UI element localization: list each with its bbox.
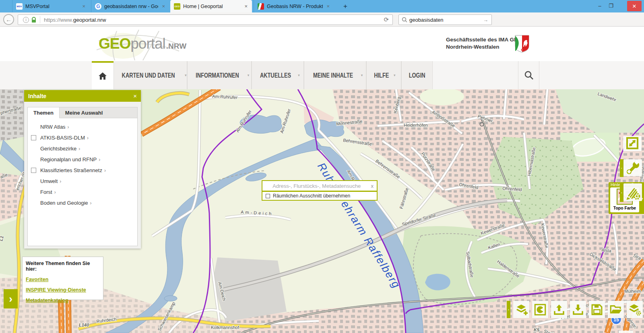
map-street-label: Mülheim — [624, 289, 641, 294]
layer-checkbox — [31, 200, 36, 206]
region-select-button[interactable] — [532, 301, 548, 318]
back-button[interactable]: ← — [3, 14, 14, 25]
office-caption: Geschäftsstelle des IMA GDI Nordrhein-We… — [446, 36, 520, 50]
nrw-coat-of-arms-icon — [514, 35, 530, 53]
tab-close-icon[interactable]: × — [161, 3, 166, 9]
add-layers-icon — [514, 303, 528, 317]
layer-label: Forst — [40, 189, 52, 195]
inhalte-panel: Inhalte × Themen Meine Auswahl NRW Atlas… — [24, 90, 141, 249]
page-info-icon[interactable]: i — [23, 17, 29, 23]
layer-label: ATKIS-BASIS-DLM — [40, 135, 85, 141]
layer-checkbox[interactable] — [31, 168, 36, 173]
panel-title: Inhalte — [28, 93, 46, 99]
collapse-tab[interactable]: ‹ — [620, 183, 623, 202]
chevron-down-icon: ▾ — [394, 73, 396, 77]
tab-themen[interactable]: Themen — [28, 107, 60, 118]
chevron-right-icon[interactable]: › — [104, 168, 106, 173]
main-menu: KARTEN UND DATEN▾ INFORMATIONEN▾ AKTUELL… — [0, 61, 644, 89]
menu-aktuelles[interactable]: AKTUELLES▾ — [252, 61, 304, 89]
tab-geoportal-active[interactable]: GEO Home | Geoportal × — [170, 0, 252, 12]
menu-informationen[interactable]: INFORMATIONEN▾ — [187, 61, 252, 89]
layer-item[interactable]: ATKIS-BASIS-DLM› — [28, 132, 137, 143]
menu-login[interactable]: LOGIN — [401, 61, 433, 89]
reload-icon[interactable]: ⟳ — [384, 16, 389, 23]
logo-geo: GEO — [99, 35, 130, 52]
url-domain: geoportal.nrw — [73, 17, 106, 23]
map-search-widget: Adress-, Flurstücks-, Metadatensuche x R… — [262, 180, 378, 201]
menu-meine-inhalte[interactable]: MEINE INHALTE▾ — [304, 61, 366, 89]
search-go-icon[interactable]: → — [483, 17, 488, 23]
menu-hilfe[interactable]: HILFE▾ — [366, 61, 401, 89]
layer-item[interactable]: Umwelt› — [28, 176, 137, 187]
panel-header[interactable]: Inhalte × — [24, 90, 141, 102]
collapse-tab[interactable]: ‹ — [620, 159, 623, 177]
panel-expander-button[interactable]: › — [4, 289, 18, 308]
chevron-right-icon[interactable]: › — [68, 124, 69, 130]
close-window-button[interactable]: ✕ — [627, 1, 642, 11]
chevron-right-icon[interactable]: › — [99, 157, 100, 162]
minimize-button[interactable]: – — [594, 0, 605, 11]
layer-label: Gerichtsbezirke — [40, 146, 76, 152]
address-bar[interactable]: i https://www.geoportal.nrw ⟳ — [18, 14, 393, 25]
menu-karten-und-daten[interactable]: KARTEN UND DATEN▾ — [114, 61, 187, 89]
tab-close-icon[interactable]: × — [244, 3, 248, 9]
new-tab-button[interactable]: + — [339, 0, 351, 12]
tab-meine-auswahl[interactable]: Meine Auswahl — [60, 107, 108, 118]
browser-search-value: geobasisdaten — [409, 17, 444, 23]
site-header: GEOportal.NRW Geschäftsstelle des IMA GD… — [0, 27, 644, 61]
layer-checkbox[interactable] — [31, 135, 36, 140]
panel-body: Themen Meine Auswahl NRW Atlas›ATKIS-BAS… — [27, 107, 138, 246]
download-button[interactable] — [570, 301, 586, 318]
chevron-right-icon[interactable]: › — [90, 200, 92, 206]
zoom-in-button[interactable]: + — [619, 331, 633, 333]
toolbar-collapse-tab[interactable]: › — [507, 301, 510, 318]
layer-settings-button[interactable] — [627, 301, 643, 318]
more-topics-title: Weitere Themen finden Sie hier: — [26, 261, 100, 272]
restore-button[interactable]: ❐ — [605, 0, 617, 11]
tools-button[interactable] — [623, 159, 642, 176]
save-button[interactable] — [589, 301, 605, 318]
browser-toolbar: ← i https://www.geoportal.nrw ⟳ geobasis… — [0, 12, 644, 27]
menu-search-button[interactable] — [518, 61, 539, 89]
link-metadatenkatalog[interactable]: Metadatenkatalog — [26, 298, 100, 303]
layer-item[interactable]: Forst› — [28, 187, 137, 197]
link-inspire-viewing-dienste[interactable]: INSPIRE Viewing-Dienste — [26, 287, 100, 293]
layer-item[interactable]: NRW Atlas› — [28, 121, 137, 132]
layer-item[interactable]: Regionalplan und RFNP› — [28, 154, 137, 165]
layer-list: NRW Atlas›ATKIS-BASIS-DLM›Gerichtsbezirk… — [28, 118, 137, 208]
save-icon — [590, 303, 604, 317]
geoportal-logo[interactable]: GEOportal.NRW — [99, 35, 186, 52]
menu-home-button[interactable] — [92, 61, 114, 89]
clear-search-icon[interactable]: x — [371, 183, 377, 189]
layer-checkbox — [31, 179, 36, 184]
tab-close-icon[interactable]: × — [326, 3, 330, 9]
chevron-down-icon: ▾ — [185, 73, 187, 77]
search-icon — [524, 70, 534, 80]
chevron-right-icon[interactable]: › — [87, 135, 89, 141]
layer-item[interactable]: Boden und Geologie› — [28, 197, 137, 208]
link-favoriten[interactable]: Favoriten — [26, 277, 100, 282]
open-folder-button[interactable] — [608, 301, 624, 318]
close-icon[interactable]: × — [133, 92, 137, 99]
fullscreen-button[interactable] — [623, 136, 642, 151]
draw-settings-icon — [625, 184, 641, 200]
tab-close-icon[interactable]: × — [81, 3, 86, 9]
add-layers-button[interactable] — [513, 301, 529, 318]
tab-msvportal[interactable]: MSV MSVPortal × — [12, 0, 90, 12]
fullscreen-icon — [624, 136, 640, 151]
map-street-label: K5 — [534, 327, 540, 332]
browser-search-field[interactable]: geobasisdaten → — [398, 14, 492, 25]
draw-settings-button[interactable] — [623, 183, 642, 201]
upload-button[interactable] — [551, 301, 567, 318]
tab-geobasis-nrw[interactable]: Geobasis NRW - Produkte ... × — [254, 0, 334, 12]
url-scheme: https://www. — [44, 17, 73, 23]
extent-checkbox[interactable] — [266, 194, 270, 198]
chevron-right-icon[interactable]: › — [60, 179, 61, 184]
layer-item[interactable]: Gerichtsbezirke› — [28, 143, 137, 154]
layer-item[interactable]: Klassifiziertes Straßennetz› — [28, 165, 137, 176]
chevron-right-icon[interactable]: › — [54, 189, 56, 195]
chevron-right-icon[interactable]: › — [78, 146, 80, 152]
map-search-input[interactable]: Adress-, Flurstücks-, Metadatensuche x — [262, 181, 377, 191]
tab-google-search[interactable]: G geobasisdaten nrw - Goog... × — [91, 0, 169, 12]
layer-label: Umwelt — [40, 178, 58, 184]
